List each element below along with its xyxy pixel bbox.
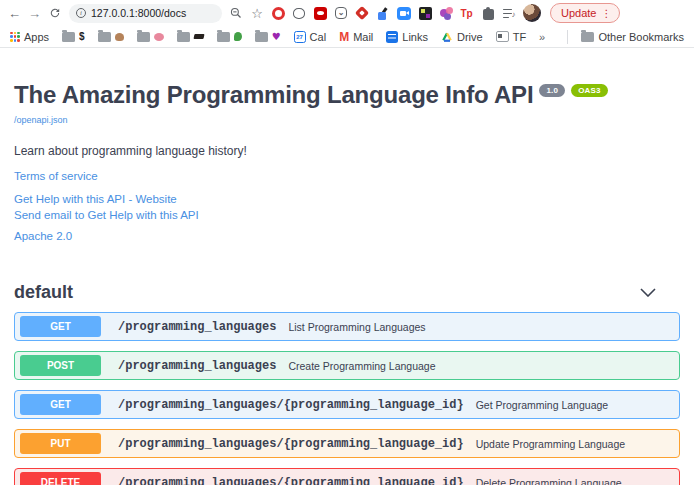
operation-path: /programming_languages: [118, 320, 276, 334]
bookmark-folder-horse[interactable]: [98, 32, 124, 42]
bookmark-label: Drive: [457, 31, 483, 43]
bookmark-mail[interactable]: M Mail: [339, 31, 373, 43]
browser-menu-icon[interactable]: ⋮: [601, 8, 611, 19]
operation-summary: Create Programming Language: [288, 360, 435, 372]
url-text: 127.0.0.1:8000/docs: [91, 7, 186, 19]
profile-avatar[interactable]: [523, 4, 541, 22]
dollar-icon: $: [79, 32, 85, 42]
operation-row-delete-language[interactable]: DELETE /programming_languages/{programmi…: [14, 468, 680, 485]
version-badge: 1.0: [539, 84, 565, 97]
bookmark-drive[interactable]: Drive: [441, 31, 483, 43]
bookmark-calendar[interactable]: 27 Cal: [294, 31, 327, 43]
folder-icon: [177, 32, 190, 42]
method-badge: GET: [20, 316, 101, 337]
operation-path: /programming_languages/{programming_lang…: [118, 398, 464, 412]
bookmark-label: Apps: [24, 31, 49, 43]
api-title-text: The Amazing Programming Language Info AP…: [14, 81, 533, 108]
update-label: Update: [561, 7, 596, 19]
page-title: The Amazing Programming Language Info AP…: [14, 81, 680, 109]
method-badge: POST: [20, 355, 101, 376]
bookmarks-overflow-chevron[interactable]: »: [539, 31, 545, 43]
speech-bubble-extension-icon[interactable]: [292, 6, 306, 20]
method-badge: DELETE: [20, 472, 101, 485]
method-badge: GET: [20, 394, 101, 415]
bookmarks-bar: Apps $ ♥ 27 Cal M Mail Links Drive: [0, 26, 694, 48]
operation-path: /programming_languages: [118, 359, 276, 373]
color-picker-extension-icon[interactable]: [376, 6, 390, 20]
gmail-icon: M: [339, 31, 349, 43]
bookmark-star-icon[interactable]: ☆: [250, 6, 264, 20]
folder-icon: [217, 32, 230, 42]
tf-icon: [496, 31, 509, 42]
update-button[interactable]: Update ⋮: [550, 3, 620, 23]
bookmark-label: Mail: [353, 31, 373, 43]
site-info-icon[interactable]: i: [76, 8, 86, 18]
bookmark-folder-parrot[interactable]: [217, 32, 242, 42]
graduation-cap-icon: [193, 34, 204, 39]
operation-summary: Delete Programming Language: [476, 477, 622, 485]
forward-icon[interactable]: →: [28, 7, 41, 20]
operation-path: /programming_languages/{programming_lang…: [118, 476, 464, 485]
cbs-extension-icon[interactable]: [313, 6, 327, 20]
send-arrow-extension-icon[interactable]: [355, 6, 369, 20]
bookmarks-divider: [567, 30, 568, 44]
folder-icon: [98, 32, 111, 42]
contact-email-link[interactable]: Send email to Get Help with this API: [14, 209, 680, 221]
bookmark-folder-brain[interactable]: [137, 32, 164, 42]
url-bar[interactable]: i 127.0.0.1:8000/docs: [69, 4, 222, 23]
operation-summary: List Programming Languages: [288, 321, 425, 333]
folder-icon: [62, 32, 75, 42]
section-title: default: [14, 282, 73, 303]
puzzle-extension-icon[interactable]: [481, 6, 495, 20]
folder-icon: [255, 32, 268, 42]
api-description: Learn about programming language history…: [14, 144, 680, 158]
bookmark-tf[interactable]: TF: [496, 31, 526, 43]
parrot-icon: [234, 32, 242, 41]
operation-row-update-language[interactable]: PUT /programming_languages/{programming_…: [14, 429, 680, 458]
operation-row-list-languages[interactable]: GET /programming_languages List Programm…: [14, 312, 680, 341]
bookmark-links[interactable]: Links: [386, 31, 428, 43]
reload-icon[interactable]: [48, 6, 62, 20]
bookmark-label: Other Bookmarks: [598, 31, 684, 43]
operation-summary: Get Programming Language: [476, 399, 609, 411]
pocket-extension-icon[interactable]: ⌄: [334, 6, 348, 20]
horse-icon: [115, 33, 124, 41]
drive-icon: [441, 31, 453, 43]
tag-section-default[interactable]: default: [14, 282, 680, 312]
oas3-badge: OAS3: [571, 84, 608, 97]
bookmark-label: TF: [513, 31, 526, 43]
operation-summary: Update Programming Language: [476, 438, 625, 450]
operation-path: /programming_languages/{programming_lang…: [118, 437, 464, 451]
bookmark-label: Links: [402, 31, 428, 43]
calendar-icon: 27: [294, 31, 306, 43]
folder-icon: [581, 32, 594, 42]
openapi-json-link[interactable]: /openapi.json: [14, 115, 68, 125]
back-icon[interactable]: ←: [8, 7, 21, 20]
swagger-ui-page: The Amazing Programming Language Info AP…: [0, 81, 694, 485]
zoom-out-icon[interactable]: [229, 6, 243, 20]
method-badge: PUT: [20, 433, 101, 454]
bookmark-folder-dollar[interactable]: $: [62, 32, 85, 42]
operation-row-get-language[interactable]: GET /programming_languages/{programming_…: [14, 390, 680, 419]
operation-row-create-language[interactable]: POST /programming_languages Create Progr…: [14, 351, 680, 380]
brain-icon: [154, 33, 164, 41]
other-bookmarks[interactable]: Other Bookmarks: [581, 31, 684, 43]
bookmark-apps[interactable]: Apps: [10, 31, 49, 43]
license-link[interactable]: Apache 2.0: [14, 230, 680, 242]
contact-website-link[interactable]: Get Help with this API - Website: [14, 193, 680, 205]
video-camera-extension-icon[interactable]: [397, 6, 411, 20]
apps-grid-icon: [10, 32, 20, 42]
red-o-extension-icon[interactable]: [271, 6, 285, 20]
links-icon: [386, 31, 398, 43]
tp-extension-icon[interactable]: Tp: [460, 6, 474, 20]
chevron-down-icon[interactable]: [640, 288, 656, 297]
terms-of-service-link[interactable]: Terms of service: [14, 170, 680, 182]
media-playlist-extension-icon[interactable]: ♪: [502, 6, 516, 20]
pixel-grid-extension-icon[interactable]: [418, 6, 432, 20]
bookmark-folder-heart[interactable]: ♥: [255, 32, 281, 42]
bookmark-folder-graduation[interactable]: [177, 32, 204, 42]
folder-icon: [137, 32, 150, 42]
purple-heart-icon: ♥: [272, 32, 281, 42]
bookmark-label: Cal: [310, 31, 327, 43]
purple-flower-extension-icon[interactable]: [439, 6, 453, 20]
